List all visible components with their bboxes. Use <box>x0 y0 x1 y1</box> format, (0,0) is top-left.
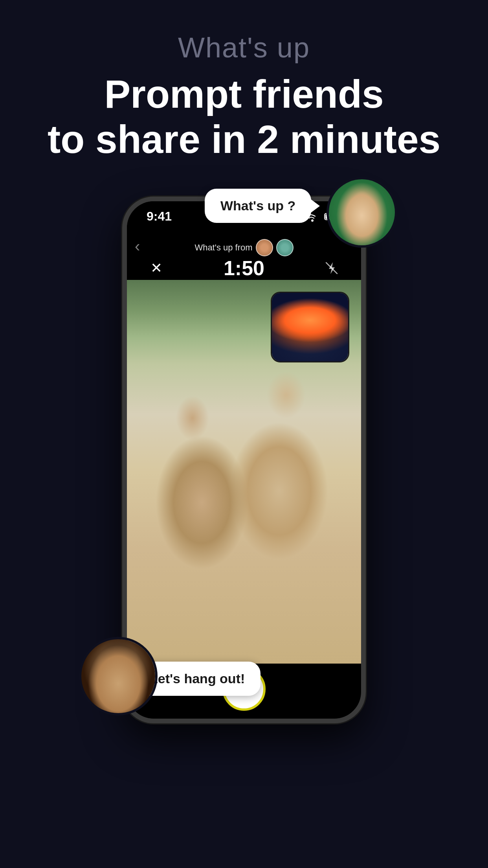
top-section: What's up Prompt friends to share in 2 m… <box>0 0 488 178</box>
whats-up-from-text: What's up from <box>194 243 252 253</box>
whats-up-from-label: What's up from <box>194 239 293 256</box>
friend-avatar-bottom <box>79 637 158 715</box>
phone-mockup: What's up ? 9:41 <box>103 165 385 763</box>
phone-screen: 9:41 <box>127 201 361 719</box>
back-arrow[interactable]: ‹ <box>135 237 140 255</box>
headline-line2: to share in 2 minutes <box>48 117 440 161</box>
flash-off-icon <box>324 260 339 276</box>
friend-avatar-bottom-image <box>81 639 155 713</box>
close-button[interactable]: ✕ <box>147 258 166 278</box>
countdown-timer: 1:50 <box>224 256 264 280</box>
pip-photo-image <box>272 293 348 361</box>
pip-photo <box>271 292 349 362</box>
timer-row: ✕ 1:50 <box>127 256 361 280</box>
svg-point-0 <box>311 219 314 222</box>
friend-avatar-top-image <box>329 179 395 245</box>
back-arrow-icon: ‹ <box>135 237 140 255</box>
main-camera-view <box>127 280 361 664</box>
page-subtitle: What's up <box>0 31 488 64</box>
status-time: 9:41 <box>147 209 172 224</box>
bottom-bubble-text: Let's hang out! <box>150 671 245 686</box>
headline-line1: Prompt friends <box>104 72 383 116</box>
close-icon: ✕ <box>150 260 162 276</box>
friend-avatar-top <box>327 177 397 248</box>
top-bubble-text: What's up ? <box>220 198 295 213</box>
speech-bubble-top: What's up ? <box>205 189 311 223</box>
friend-avatar-small-1 <box>256 239 273 256</box>
phone-frame: 9:41 <box>122 197 366 723</box>
page-headline: Prompt friends to share in 2 minutes <box>0 72 488 162</box>
friend-avatar-small-2 <box>276 239 294 256</box>
flash-button[interactable] <box>322 258 341 278</box>
